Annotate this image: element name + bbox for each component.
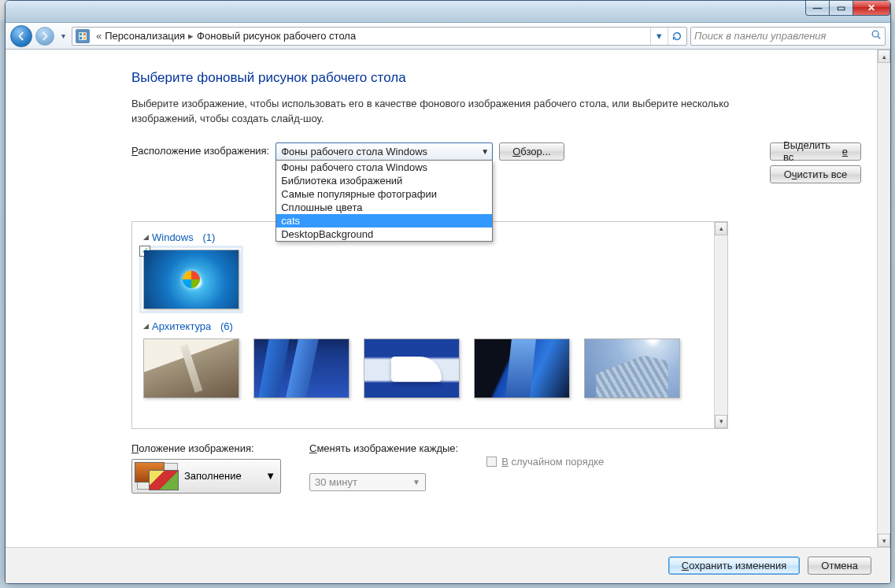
breadcrumb-sep-icon: « [96, 30, 102, 42]
wallpaper-thumb[interactable] [584, 338, 680, 398]
window-scrollbar[interactable]: ▴ ▾ [877, 50, 890, 547]
svg-rect-4 [83, 37, 86, 39]
random-order-option: В случайном порядке [486, 440, 604, 468]
wallpaper-thumb[interactable] [474, 338, 570, 398]
search-input[interactable]: Поиск в панели управления [690, 27, 886, 46]
wallpaper-thumb[interactable] [253, 338, 349, 398]
scroll-down-button[interactable]: ▾ [878, 534, 890, 547]
location-value: Фоны рабочего стола Windows [281, 146, 427, 157]
wallpaper-thumb[interactable]: ✓ [143, 250, 239, 309]
svg-point-5 [872, 31, 878, 37]
wallpaper-gallery: ◢Windows (1) ✓ ◢Архитектура (6) [131, 221, 728, 429]
forward-button[interactable] [35, 27, 54, 46]
location-option[interactable]: Самые популярные фотографии [276, 187, 492, 201]
select-all-button[interactable]: Выделить все [770, 142, 861, 161]
location-option[interactable]: Фоны рабочего стола Windows [276, 161, 492, 174]
save-button[interactable]: Сохранить изменения [668, 557, 801, 575]
wallpaper-image [144, 339, 239, 398]
scroll-up-button[interactable]: ▴ [715, 222, 727, 235]
position-preview-icon [137, 463, 178, 490]
interval-label: Сменять изображение каждые: [309, 440, 458, 454]
svg-rect-3 [80, 37, 82, 39]
svg-line-6 [878, 36, 880, 39]
location-option[interactable]: cats [276, 214, 492, 227]
chevron-down-icon: ▼ [265, 470, 276, 482]
maximize-button[interactable]: ▭ [829, 0, 852, 16]
chevron-down-icon: ▼ [481, 147, 489, 156]
random-label: В случайном порядке [501, 456, 604, 468]
page-description: Выберите изображение, чтобы использовать… [131, 97, 730, 127]
titlebar: — ▭ ✕ [6, 1, 890, 23]
location-combobox[interactable]: Фоны рабочего стола Windows ▼ [276, 142, 493, 161]
minimize-button[interactable]: — [805, 0, 829, 16]
category-architecture[interactable]: ◢Архитектура (6) [143, 320, 703, 332]
control-panel-icon [76, 29, 90, 43]
position-combobox[interactable]: Заполнение ▼ [131, 459, 281, 494]
chevron-down-icon: ▼ [412, 478, 420, 486]
wallpaper-thumb[interactable] [143, 338, 239, 398]
cancel-button[interactable]: Отмена [808, 557, 871, 575]
address-bar[interactable]: « Персонализация ▸ Фоновый рисунок рабоч… [72, 27, 687, 46]
footer-bar: Сохранить изменения Отмена [6, 547, 890, 583]
search-icon [871, 29, 882, 43]
history-dropdown[interactable]: ▾ [57, 28, 68, 44]
collapse-icon: ◢ [143, 322, 149, 330]
random-checkbox[interactable] [486, 457, 497, 467]
interval-value: 30 минут [315, 476, 357, 488]
refresh-button[interactable] [668, 28, 685, 45]
position-label: Положение изображения: [131, 440, 281, 454]
scroll-down-button[interactable]: ▾ [715, 415, 727, 428]
content-area: Выберите фоновый рисунок рабочего стола … [6, 50, 890, 547]
back-button[interactable] [10, 25, 32, 47]
wallpaper-image [144, 250, 239, 309]
address-dropdown-button[interactable]: ▾ [650, 28, 668, 45]
svg-rect-1 [80, 33, 82, 35]
location-option[interactable]: Библиотека изображений [276, 174, 492, 187]
close-button[interactable]: ✕ [852, 0, 890, 16]
interval-combobox[interactable]: 30 минут ▼ [309, 473, 426, 491]
breadcrumb-sep-icon: ▸ [188, 30, 194, 42]
wallpaper-image [364, 339, 459, 398]
gallery-scrollbar[interactable]: ▴ ▾ [714, 222, 727, 428]
location-label: Расположение изображения: [131, 142, 269, 157]
search-placeholder: Поиск в панели управления [694, 30, 827, 42]
clear-all-button[interactable]: Очистить все [770, 165, 861, 183]
location-option[interactable]: DesktopBackground [276, 227, 492, 241]
scroll-up-button[interactable]: ▴ [878, 50, 890, 63]
breadcrumb-personalization[interactable]: Персонализация [105, 30, 185, 42]
collapse-icon: ◢ [143, 233, 149, 241]
position-value: Заполнение [184, 470, 259, 482]
navigation-bar: ▾ « Персонализация ▸ Фоновый рисунок раб… [6, 23, 890, 50]
browse-button[interactable]: Обзор... [499, 142, 564, 161]
wallpaper-thumb[interactable] [364, 338, 460, 398]
wallpaper-image [254, 339, 349, 398]
page-title: Выберите фоновый рисунок рабочего стола [131, 70, 861, 86]
wallpaper-image [585, 339, 679, 398]
breadcrumb-desktop-background[interactable]: Фоновый рисунок рабочего стола [197, 30, 356, 42]
control-panel-window: — ▭ ✕ ▾ « Персонализация ▸ Фоновый рисун… [5, 0, 891, 584]
location-dropdown: Фоны рабочего стола Windows Библиотека и… [276, 160, 493, 242]
svg-rect-2 [83, 33, 86, 35]
wallpaper-image [475, 339, 569, 398]
location-option[interactable]: Сплошные цвета [276, 201, 492, 214]
